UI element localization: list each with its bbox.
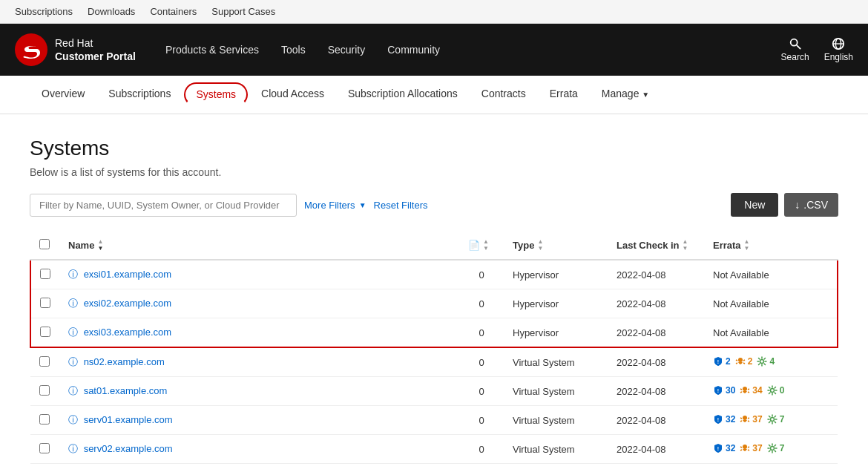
system-name-link[interactable]: serv01.example.com: [84, 414, 173, 425]
filter-input[interactable]: [30, 194, 297, 217]
system-name-link[interactable]: exsi02.example.com: [84, 298, 172, 309]
system-type: Virtual System: [504, 377, 608, 406]
utility-containers[interactable]: Containers: [150, 6, 197, 17]
errata-enhancement-badge[interactable]: 7: [767, 414, 785, 425]
nav-community[interactable]: Community: [387, 44, 440, 56]
th-count[interactable]: 📄 ▲ ▼: [459, 232, 504, 260]
errata-bug-badge[interactable]: 37: [740, 414, 762, 425]
errata-enhancement-badge[interactable]: 7: [767, 443, 785, 453]
errata-enhancement-badge[interactable]: 4: [757, 356, 775, 367]
utility-bar: Subscriptions Downloads Containers Suppo…: [0, 0, 868, 24]
new-button[interactable]: New: [731, 193, 778, 217]
errata-enhancement-badge[interactable]: 0: [767, 385, 785, 396]
svg-line-17: [740, 392, 742, 393]
subscription-count: 0: [459, 260, 504, 289]
document-icon: 📄: [468, 240, 480, 251]
system-type: Virtual System: [504, 464, 608, 473]
row-checkbox[interactable]: [40, 298, 50, 308]
search-icon: [789, 37, 802, 50]
table-header: Name ▲ ▼ 📄 ▲ ▼: [30, 232, 838, 260]
errata-cell: Not Available: [704, 260, 838, 289]
reset-filters-button[interactable]: Reset Filters: [374, 200, 428, 211]
errata-cell: ! 32 37 7: [704, 464, 838, 473]
svg-line-8: [736, 360, 737, 361]
table-row: ⓘ ns02.example.com 0Virtual System2022-0…: [30, 347, 838, 377]
chevron-down-icon: ▼: [642, 91, 649, 99]
tab-contracts[interactable]: Contracts: [470, 76, 538, 114]
system-type: Hypervisor: [504, 289, 608, 318]
tab-subscription-allocations[interactable]: Subscription Allocations: [336, 76, 470, 114]
gear-icon: [767, 443, 777, 453]
svg-line-18: [748, 392, 749, 393]
errata-cell: ! 2 2 4: [704, 347, 838, 377]
errata-cell: ! 32 37 7: [704, 406, 838, 435]
tab-systems[interactable]: Systems: [184, 82, 248, 107]
search-button[interactable]: Search: [781, 37, 809, 62]
tab-subscriptions[interactable]: Subscriptions: [96, 76, 183, 114]
language-button[interactable]: English: [824, 37, 853, 62]
shield-icon: !: [713, 356, 723, 367]
gear-icon: [757, 356, 767, 367]
info-icon: ⓘ: [68, 414, 78, 425]
utility-subscriptions[interactable]: Subscriptions: [15, 6, 73, 17]
errata-bug-badge[interactable]: 34: [740, 385, 762, 396]
tab-manage[interactable]: Manage ▼: [590, 76, 661, 114]
errata-security-badge[interactable]: ! 32: [713, 443, 735, 453]
row-checkbox[interactable]: [40, 269, 50, 279]
row-checkbox[interactable]: [39, 385, 50, 396]
svg-line-15: [740, 389, 742, 390]
svg-line-2: [796, 45, 800, 49]
nav-tools[interactable]: Tools: [281, 44, 306, 56]
svg-point-19: [770, 388, 774, 392]
th-type[interactable]: Type ▲ ▼: [504, 232, 608, 260]
tab-errata[interactable]: Errata: [538, 76, 590, 114]
th-last-checkin[interactable]: Last Check in ▲ ▼: [608, 232, 704, 260]
nav-security[interactable]: Security: [328, 44, 366, 56]
errata-security-badge[interactable]: ! 2: [713, 356, 731, 367]
svg-point-33: [770, 446, 774, 450]
utility-support-cases[interactable]: Support Cases: [211, 6, 275, 17]
sort-desc-icon: ▼: [97, 246, 103, 252]
th-select-all[interactable]: [30, 232, 59, 260]
errata-security-badge[interactable]: ! 32: [713, 414, 735, 425]
sort-asc-icon: ▲: [97, 239, 103, 245]
more-filters-button[interactable]: More Filters ▼: [304, 200, 366, 211]
row-checkbox[interactable]: [39, 414, 50, 425]
nav-products[interactable]: Products & Services: [165, 44, 259, 56]
logo-area[interactable]: Red Hat Customer Portal: [15, 33, 136, 66]
svg-line-9: [743, 360, 745, 361]
system-name-link[interactable]: sat01.example.com: [84, 385, 168, 396]
system-type: Virtual System: [504, 347, 608, 377]
tab-overview[interactable]: Overview: [30, 76, 96, 114]
th-errata[interactable]: Errata ▲ ▼: [704, 232, 838, 260]
row-checkbox[interactable]: [40, 327, 50, 337]
system-name-link[interactable]: exsi03.example.com: [84, 327, 172, 338]
errata-security-badge[interactable]: ! 30: [713, 385, 735, 396]
system-type: Hypervisor: [504, 260, 608, 289]
last-checkin: 2022-04-08: [608, 406, 704, 435]
logo-text: Red Hat Customer Portal: [55, 36, 136, 63]
errata-bug-badge[interactable]: 2: [735, 356, 753, 367]
csv-button[interactable]: ↓ .CSV: [784, 193, 838, 217]
tab-cloud-access[interactable]: Cloud Access: [249, 76, 336, 114]
last-checkin: 2022-04-08: [608, 464, 704, 473]
bug-icon: [740, 443, 750, 453]
th-name[interactable]: Name ▲ ▼: [59, 232, 459, 260]
system-name-link[interactable]: ns02.example.com: [84, 356, 165, 367]
select-all-checkbox[interactable]: [39, 239, 50, 249]
system-name-link[interactable]: serv02.example.com: [84, 443, 173, 454]
table-row: ⓘ exsi02.example.com 0Hypervisor2022-04-…: [30, 289, 838, 318]
row-checkbox[interactable]: [39, 356, 50, 367]
utility-downloads[interactable]: Downloads: [88, 6, 135, 17]
table-row: ⓘ serv01.example.com 0Virtual System2022…: [30, 406, 838, 435]
svg-point-12: [760, 359, 764, 363]
errata-bug-badge[interactable]: 37: [740, 443, 762, 453]
last-checkin: 2022-04-08: [608, 435, 704, 464]
svg-line-16: [748, 389, 749, 390]
table-body: ⓘ exsi01.example.com 0Hypervisor2022-04-…: [30, 260, 838, 472]
gear-icon: [767, 414, 777, 425]
system-name-link[interactable]: exsi01.example.com: [84, 269, 172, 280]
row-checkbox[interactable]: [39, 443, 50, 453]
nav-links: Products & Services Tools Security Commu…: [165, 44, 781, 56]
gear-icon: [767, 385, 777, 396]
